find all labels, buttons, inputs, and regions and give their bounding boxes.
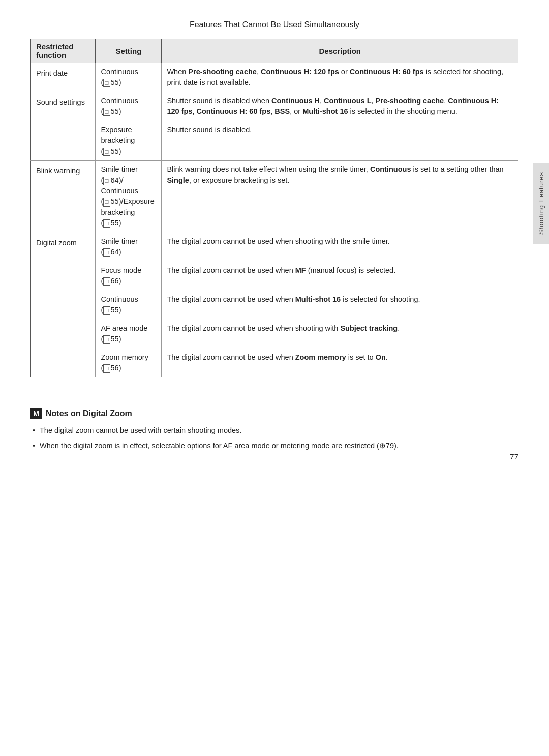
desc-zoom-3: The digital zoom cannot be used when Mul…	[162, 290, 518, 319]
table-row: AF area mode (□55) The digital zoom cann…	[31, 319, 518, 348]
table-row: Print date Continuous (□55) When Pre-sho…	[31, 63, 518, 92]
restricted-blink: Blink warning	[31, 161, 96, 232]
sidebar-label: Shooting Features	[533, 163, 549, 244]
header-setting: Setting	[96, 39, 162, 63]
desc-zoom-1: The digital zoom cannot be used when sho…	[162, 232, 518, 261]
setting-blink: Smile timer (□64)/ Continuous (□55)/Expo…	[96, 161, 162, 232]
desc-print-date: When Pre-shooting cache, Continuous H: 1…	[162, 63, 518, 92]
restricted-digital-zoom: Digital zoom	[31, 232, 96, 377]
setting-zoom-5: Zoom memory (□56)	[96, 348, 162, 377]
restricted-sound: Sound settings	[31, 92, 96, 161]
notes-list: The digital zoom cannot be used with cer…	[30, 425, 518, 452]
page-number: 77	[510, 452, 518, 461]
desc-zoom-4: The digital zoom cannot be used when sho…	[162, 319, 518, 348]
table-row: Zoom memory (□56) The digital zoom canno…	[31, 348, 518, 377]
table-row: Digital zoom Smile timer (□64) The digit…	[31, 232, 518, 261]
table-row: Sound settings Continuous (□55) Shutter …	[31, 92, 518, 121]
desc-zoom-2: The digital zoom cannot be used when MF …	[162, 261, 518, 290]
notes-item-1: The digital zoom cannot be used with cer…	[30, 425, 518, 437]
table-row: Focus mode (□66) The digital zoom cannot…	[31, 261, 518, 290]
notes-title: M Notes on Digital Zoom	[30, 408, 518, 419]
table-row: Continuous (□55) The digital zoom cannot…	[31, 290, 518, 319]
notes-icon: M	[30, 408, 42, 419]
restricted-print-date: Print date	[31, 63, 96, 92]
header-description: Description	[162, 39, 518, 63]
setting-zoom-3: Continuous (□55)	[96, 290, 162, 319]
setting-zoom-1: Smile timer (□64)	[96, 232, 162, 261]
setting-zoom-2: Focus mode (□66)	[96, 261, 162, 290]
notes-section: M Notes on Digital Zoom The digital zoom…	[30, 408, 518, 452]
table-row: Blink warning Smile timer (□64)/ Continu…	[31, 161, 518, 232]
desc-sound-1: Shutter sound is disabled when Continuou…	[162, 92, 518, 121]
setting-sound-1: Continuous (□55)	[96, 92, 162, 121]
notes-title-text: Notes on Digital Zoom	[46, 409, 132, 418]
desc-blink: Blink warning does not take effect when …	[162, 161, 518, 232]
notes-item-2: When the digital zoom is in effect, sele…	[30, 441, 518, 452]
page-title: Features That Cannot Be Used Simultaneou…	[30, 20, 518, 30]
setting-print-date: Continuous (□55)	[96, 63, 162, 92]
table-row: Exposurebracketing (□55) Shutter sound i…	[31, 121, 518, 161]
page-container: Features That Cannot Be Used Simultaneou…	[0, 0, 549, 476]
desc-sound-2: Shutter sound is disabled.	[162, 121, 518, 161]
table-header-row: Restricted function Setting Description	[31, 39, 518, 63]
desc-zoom-5: The digital zoom cannot be used when Zoo…	[162, 348, 518, 377]
setting-sound-2: Exposurebracketing (□55)	[96, 121, 162, 161]
features-table: Restricted function Setting Description …	[30, 39, 518, 377]
setting-zoom-4: AF area mode (□55)	[96, 319, 162, 348]
header-restricted: Restricted function	[31, 39, 96, 63]
